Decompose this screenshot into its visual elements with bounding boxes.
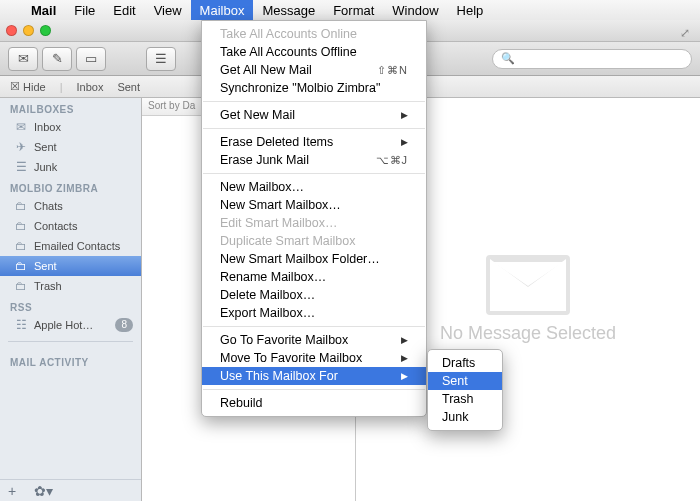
minimize-window-button[interactable]	[23, 25, 34, 36]
sidebar-item-rss-applehot[interactable]: ☷Apple Hot…8	[0, 315, 141, 335]
inbox-icon: ✉	[14, 120, 28, 134]
rss-icon: ☷	[14, 318, 28, 332]
folder-icon: 🗀	[14, 239, 28, 253]
submenu-junk[interactable]: Junk	[428, 408, 502, 426]
folder-icon: 🗀	[14, 279, 28, 293]
note-icon: ▭	[85, 51, 97, 66]
hide-sidebar-button[interactable]: ☒Hide	[10, 80, 46, 93]
sidebar-item-sent[interactable]: ✈Sent	[0, 137, 141, 157]
zoom-window-button[interactable]	[40, 25, 51, 36]
folder-icon: 🗀	[14, 199, 28, 213]
envelope-placeholder-icon	[486, 255, 570, 315]
sidebar: Mailboxes ✉Inbox ✈Sent ☰Junk Molbio Zimb…	[0, 98, 142, 501]
archive-button[interactable]: ☰	[146, 47, 176, 71]
folder-icon: 🗀	[14, 259, 28, 273]
menu-delete-mailbox[interactable]: Delete Mailbox…	[202, 286, 426, 304]
menu-new-smart-mailbox[interactable]: New Smart Mailbox…	[202, 196, 426, 214]
section-mail-activity: Mail Activity	[0, 351, 141, 370]
fav-inbox[interactable]: Inbox	[76, 81, 103, 93]
menu-goto-favorite[interactable]: Go To Favorite Mailbox▶	[202, 331, 426, 349]
menu-rebuild[interactable]: Rebuild	[202, 394, 426, 412]
menu-message[interactable]: Message	[253, 0, 324, 20]
sidebar-item-junk[interactable]: ☰Junk	[0, 157, 141, 177]
search-input[interactable]	[519, 53, 683, 65]
menu-take-online: Take All Accounts Online	[202, 25, 426, 43]
use-mailbox-submenu: Drafts Sent Trash Junk	[427, 349, 503, 431]
submenu-trash[interactable]: Trash	[428, 390, 502, 408]
compose-icon: ✎	[52, 51, 63, 66]
menu-synchronize[interactable]: Synchronize "Molbio Zimbra"	[202, 79, 426, 97]
note-button[interactable]: ▭	[76, 47, 106, 71]
menu-get-all-new-mail[interactable]: Get All New Mail⇧⌘N	[202, 61, 426, 79]
submenu-drafts[interactable]: Drafts	[428, 354, 502, 372]
hide-icon: ☒	[10, 80, 20, 93]
sidebar-item-contacts[interactable]: 🗀Contacts	[0, 216, 141, 236]
submenu-arrow-icon: ▶	[401, 371, 408, 381]
sent-icon: ✈	[14, 140, 28, 154]
menu-take-offline[interactable]: Take All Accounts Offline	[202, 43, 426, 61]
menu-edit-smart-mailbox: Edit Smart Mailbox…	[202, 214, 426, 232]
search-field[interactable]: 🔍	[492, 49, 692, 69]
compose-button[interactable]: ✎	[42, 47, 72, 71]
submenu-arrow-icon: ▶	[401, 335, 408, 345]
section-account: Molbio Zimbra	[0, 177, 141, 196]
app-menu[interactable]: Mail	[22, 0, 65, 20]
fav-sent[interactable]: Sent	[117, 81, 140, 93]
submenu-sent[interactable]: Sent	[428, 372, 502, 390]
menu-view[interactable]: View	[145, 0, 191, 20]
archive-icon: ☰	[155, 51, 167, 66]
menu-new-smart-folder[interactable]: New Smart Mailbox Folder…	[202, 250, 426, 268]
menu-mailbox[interactable]: Mailbox	[191, 0, 254, 20]
fullscreen-icon[interactable]: ⤢	[680, 26, 694, 36]
sidebar-item-chats[interactable]: 🗀Chats	[0, 196, 141, 216]
sidebar-item-emailed-contacts[interactable]: 🗀Emailed Contacts	[0, 236, 141, 256]
sidebar-footer: + ✿▾	[0, 479, 141, 501]
submenu-arrow-icon: ▶	[401, 353, 408, 363]
sidebar-item-trash[interactable]: 🗀Trash	[0, 276, 141, 296]
unread-badge: 8	[115, 318, 133, 332]
menu-file[interactable]: File	[65, 0, 104, 20]
menu-get-new-mail[interactable]: Get New Mail▶	[202, 106, 426, 124]
menu-export-mailbox[interactable]: Export Mailbox…	[202, 304, 426, 322]
menu-edit[interactable]: Edit	[104, 0, 144, 20]
window-controls	[6, 25, 51, 36]
no-message-label: No Message Selected	[440, 323, 616, 344]
menu-window[interactable]: Window	[383, 0, 447, 20]
menu-format[interactable]: Format	[324, 0, 383, 20]
submenu-arrow-icon: ▶	[401, 110, 408, 120]
menu-use-this-mailbox-for[interactable]: Use This Mailbox For▶	[202, 367, 426, 385]
menu-moveto-favorite[interactable]: Move To Favorite Mailbox▶	[202, 349, 426, 367]
section-rss: RSS	[0, 296, 141, 315]
menu-rename-mailbox[interactable]: Rename Mailbox…	[202, 268, 426, 286]
envelope-icon: ✉	[18, 51, 29, 66]
menu-new-mailbox[interactable]: New Mailbox…	[202, 178, 426, 196]
sidebar-item-inbox[interactable]: ✉Inbox	[0, 117, 141, 137]
search-icon: 🔍	[501, 52, 515, 65]
add-button[interactable]: +	[8, 483, 16, 499]
sidebar-item-sent-folder[interactable]: 🗀Sent	[0, 256, 141, 276]
menu-erase-junk[interactable]: Erase Junk Mail⌥⌘J	[202, 151, 426, 169]
submenu-arrow-icon: ▶	[401, 137, 408, 147]
mailbox-menu: Take All Accounts Online Take All Accoun…	[201, 20, 427, 417]
close-window-button[interactable]	[6, 25, 17, 36]
junk-icon: ☰	[14, 160, 28, 174]
menu-help[interactable]: Help	[448, 0, 493, 20]
menu-erase-deleted[interactable]: Erase Deleted Items▶	[202, 133, 426, 151]
menu-duplicate-smart-mailbox: Duplicate Smart Mailbox	[202, 232, 426, 250]
action-menu-button[interactable]: ✿▾	[34, 483, 53, 499]
folder-icon: 🗀	[14, 219, 28, 233]
get-mail-button[interactable]: ✉	[8, 47, 38, 71]
system-menubar: Mail File Edit View Mailbox Message Form…	[0, 0, 700, 20]
section-mailboxes: Mailboxes	[0, 98, 141, 117]
